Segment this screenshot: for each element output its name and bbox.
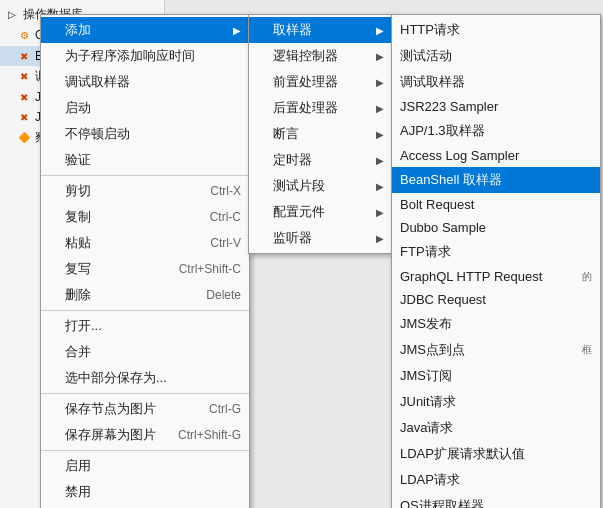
- submenu-add-config[interactable]: 配置元件 ▶: [249, 199, 392, 225]
- menu-item-start[interactable]: 启动: [41, 95, 249, 121]
- menu-item-label: 复制: [65, 208, 91, 226]
- sampler-test-action[interactable]: 测试活动: [392, 43, 600, 69]
- sampler-label: BeanShell 取样器: [400, 171, 502, 189]
- submenu-add-logic[interactable]: 逻辑控制器 ▶: [249, 43, 392, 69]
- shortcut-delete: Delete: [206, 288, 241, 302]
- submenu-item-label: 监听器: [273, 229, 312, 247]
- menu-item-label: 启用: [65, 457, 91, 475]
- fragment-arrow: ▶: [376, 181, 384, 192]
- submenu-item-label: 取样器: [273, 21, 312, 39]
- menu-item-disable[interactable]: 禁用: [41, 479, 249, 505]
- menu-item-save-selection[interactable]: 选中部分保存为...: [41, 365, 249, 391]
- separator2: [41, 310, 249, 311]
- menu-item-add[interactable]: 添加 ▶: [41, 17, 249, 43]
- sampler-label: Dubbo Sample: [400, 220, 486, 235]
- menu-item-label: 保存节点为图片: [65, 400, 156, 418]
- sampler-label: LDAP扩展请求默认值: [400, 445, 525, 463]
- submenu-add-test-fragment[interactable]: 测试片段 ▶: [249, 173, 392, 199]
- sampler-os-process[interactable]: OS进程取样器: [392, 493, 600, 508]
- timer-arrow: ▶: [376, 155, 384, 166]
- sampler-label: JDBC Request: [400, 292, 486, 307]
- menu-item-label: 合并: [65, 343, 91, 361]
- menu-item-label: 为子程序添加响应时间: [65, 47, 195, 65]
- menu-item-start-no-pause[interactable]: 不停顿启动: [41, 121, 249, 147]
- sampler-ftp[interactable]: FTP请求: [392, 239, 600, 265]
- menu-item-label: 删除: [65, 286, 91, 304]
- submenu-add-sampler[interactable]: 取样器 ▶: [249, 17, 392, 43]
- listener-arrow: ▶: [376, 233, 384, 244]
- submenu-item-label: 测试片段: [273, 177, 325, 195]
- sampler-jdbc[interactable]: JDBC Request: [392, 288, 600, 311]
- menu-item-save-node-image[interactable]: 保存节点为图片 Ctrl-G: [41, 396, 249, 422]
- menu-item-merge[interactable]: 合并: [41, 339, 249, 365]
- sampler-jms-point[interactable]: JMS点到点 框: [392, 337, 600, 363]
- submenu-item-label: 定时器: [273, 151, 312, 169]
- sampler-label: JMS点到点: [400, 341, 465, 359]
- pre-arrow: ▶: [376, 77, 384, 88]
- sampler-ldap[interactable]: LDAP请求: [392, 467, 600, 493]
- submenu-add: 取样器 ▶ 逻辑控制器 ▶ 前置处理器 ▶ 后置处理器 ▶ 断言 ▶ 定时器 ▶…: [248, 14, 393, 254]
- menu-item-label: 禁用: [65, 483, 91, 501]
- menu-item-delete[interactable]: 删除 Delete: [41, 282, 249, 308]
- sampler-label: JSR223 Sampler: [400, 99, 498, 114]
- edge-label1: 的: [582, 270, 592, 284]
- shortcut-save-screen: Ctrl+Shift-G: [178, 428, 241, 442]
- logic-arrow: ▶: [376, 51, 384, 62]
- menu-item-label: 剪切: [65, 182, 91, 200]
- shortcut-paste: Ctrl-V: [210, 236, 241, 250]
- submenu-add-post[interactable]: 后置处理器 ▶: [249, 95, 392, 121]
- sampler-dubbo[interactable]: Dubbo Sample: [392, 216, 600, 239]
- menu-item-open[interactable]: 打开...: [41, 313, 249, 339]
- jdbc1-icon: ✖: [16, 89, 32, 105]
- menu-item-debug-sampler[interactable]: 调试取样器: [41, 69, 249, 95]
- menu-item-label: 验证: [65, 151, 91, 169]
- submenu-arrow: ▶: [233, 25, 241, 36]
- sampler-label: Bolt Request: [400, 197, 474, 212]
- sampler-jsr223[interactable]: JSR223 Sampler: [392, 95, 600, 118]
- menu-item-save-screen-image[interactable]: 保存屏幕为图片 Ctrl+Shift-G: [41, 422, 249, 448]
- edge-label2: 框: [582, 343, 592, 357]
- sampler-jms-pub[interactable]: JMS发布: [392, 311, 600, 337]
- expand-icon: ▷: [4, 7, 20, 23]
- sampler-label: 测试活动: [400, 47, 452, 65]
- menu-item-label: 保存屏幕为图片: [65, 426, 156, 444]
- submenu-add-timer[interactable]: 定时器 ▶: [249, 147, 392, 173]
- menu-item-label: 添加: [65, 21, 91, 39]
- menu-item-add-response-time[interactable]: 为子程序添加响应时间: [41, 43, 249, 69]
- sampler-graphql[interactable]: GraphQL HTTP Request 的: [392, 265, 600, 288]
- jdbc2-icon: ✖: [16, 109, 32, 125]
- menu-item-validate[interactable]: 验证: [41, 147, 249, 173]
- menu-item-label: 调试取样器: [65, 73, 130, 91]
- sampler-label: FTP请求: [400, 243, 451, 261]
- sampler-ajp[interactable]: AJP/1.3取样器: [392, 118, 600, 144]
- submenu-add-pre[interactable]: 前置处理器 ▶: [249, 69, 392, 95]
- menu-item-label: 粘贴: [65, 234, 91, 252]
- sampler-bolt[interactable]: Bolt Request: [392, 193, 600, 216]
- submenu-item-label: 配置元件: [273, 203, 325, 221]
- sampler-label: 调试取样器: [400, 73, 465, 91]
- menu-item-duplicate[interactable]: 复写 Ctrl+Shift-C: [41, 256, 249, 282]
- sampler-ldap-extended[interactable]: LDAP扩展请求默认值: [392, 441, 600, 467]
- sampler-debug[interactable]: 调试取样器: [392, 69, 600, 95]
- sampler-beanshell[interactable]: BeanShell 取样器: [392, 167, 600, 193]
- menu-item-paste[interactable]: 粘贴 Ctrl-V: [41, 230, 249, 256]
- sampler-java[interactable]: Java请求: [392, 415, 600, 441]
- menu-item-label: 选中部分保存为...: [65, 369, 167, 387]
- submenu-add-listener[interactable]: 监听器 ▶: [249, 225, 392, 251]
- menu-item-enable[interactable]: 启用: [41, 453, 249, 479]
- submenu-sampler: HTTP请求 测试活动 调试取样器 JSR223 Sampler AJP/1.3…: [391, 14, 601, 508]
- sampler-http[interactable]: HTTP请求: [392, 17, 600, 43]
- menu-item-cut[interactable]: 剪切 Ctrl-X: [41, 178, 249, 204]
- sampler-jms-sub[interactable]: JMS订阅: [392, 363, 600, 389]
- sampler-junit[interactable]: JUnit请求: [392, 389, 600, 415]
- shortcut-copy: Ctrl-C: [210, 210, 241, 224]
- separator1: [41, 175, 249, 176]
- sampler-label: Access Log Sampler: [400, 148, 519, 163]
- submenu-item-label: 后置处理器: [273, 99, 338, 117]
- beanshell-icon: ✖: [16, 48, 32, 64]
- menu-item-copy[interactable]: 复制 Ctrl-C: [41, 204, 249, 230]
- config-arrow: ▶: [376, 207, 384, 218]
- submenu-add-assert[interactable]: 断言 ▶: [249, 121, 392, 147]
- sampler-access-log[interactable]: Access Log Sampler: [392, 144, 600, 167]
- sampler-arrow: ▶: [376, 25, 384, 36]
